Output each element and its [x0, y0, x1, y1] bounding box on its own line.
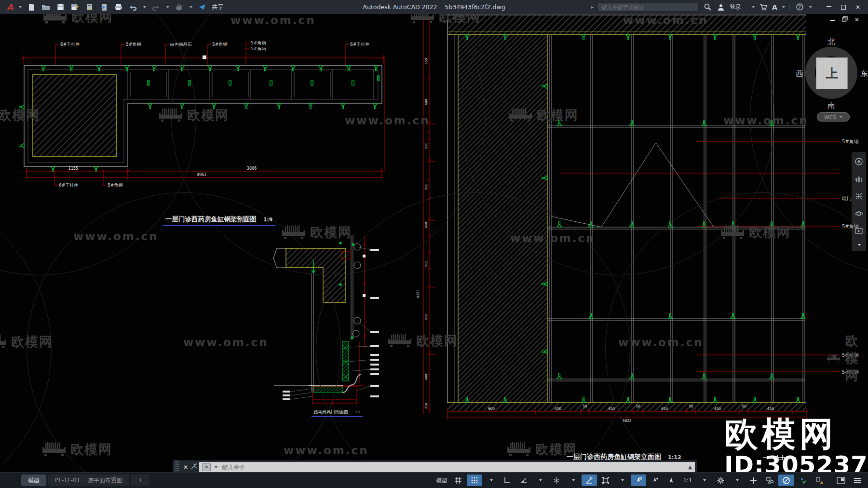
object-snap-tracking-icon[interactable]	[582, 474, 597, 486]
svg-text:50: 50	[636, 404, 640, 408]
isodraft-icon[interactable]	[549, 474, 564, 486]
command-history-caret-icon[interactable]	[215, 466, 217, 468]
object-snap-dropdown-icon[interactable]	[614, 474, 630, 486]
model-tab[interactable]: 模型	[21, 474, 46, 486]
wcs-dropdown[interactable]: WCS	[817, 112, 850, 122]
save-icon[interactable]	[55, 3, 65, 12]
help-caret-icon[interactable]	[809, 6, 812, 8]
redo-icon[interactable]	[151, 3, 161, 12]
plot-icon[interactable]	[84, 3, 94, 12]
workspace-gear-icon[interactable]	[713, 474, 728, 486]
drawing-viewport[interactable]: 欧模网 www.om.cn 欧模网 www.om.cn 欧模网 欧模网 www.…	[0, 14, 868, 473]
svg-text:600: 600	[424, 314, 428, 320]
close-app-button[interactable]: ✕	[853, 3, 863, 12]
user-icon[interactable]	[716, 3, 726, 12]
detail-annotations	[370, 249, 379, 397]
autocad-logo-icon[interactable]: A	[4, 2, 13, 12]
viewcube-west[interactable]: 西	[796, 69, 803, 79]
new-layout-tab[interactable]: +	[131, 474, 149, 486]
annotation-monitor-plus-icon[interactable]	[746, 474, 761, 486]
command-bar-drag-handle[interactable]	[175, 461, 179, 473]
minimize-app-button[interactable]	[824, 3, 834, 12]
viewcube-north[interactable]: 北	[827, 37, 835, 47]
close-doc-button[interactable]: ✕	[854, 16, 859, 23]
command-line-bar[interactable]: ✕ > ▲	[173, 460, 697, 473]
annotation-scale-icon[interactable]	[664, 474, 679, 486]
customize-menu-icon[interactable]	[850, 474, 865, 486]
viewcube-top-face[interactable]: 上	[816, 57, 848, 89]
save-as-icon[interactable]	[70, 3, 80, 12]
document-window-controls: ✕	[830, 16, 859, 23]
viewcube-south[interactable]: 南	[827, 101, 835, 111]
elevation-joint-markers	[557, 121, 805, 379]
search-expand-icon[interactable]: ▸	[591, 4, 594, 10]
workspace-dropdown-icon[interactable]	[729, 474, 745, 486]
svg-text:450: 450	[714, 407, 721, 411]
add-scales-icon[interactable]	[795, 474, 810, 486]
navbar-caret-icon[interactable]	[858, 244, 861, 246]
render-icon[interactable]	[174, 3, 184, 12]
command-input[interactable]	[220, 463, 685, 471]
help-icon[interactable]: ?	[795, 3, 804, 12]
showmotion-icon[interactable]	[854, 227, 863, 237]
graphics-performance-icon[interactable]	[778, 474, 794, 486]
search-icon[interactable]	[703, 3, 712, 12]
polar-tracking-icon[interactable]	[516, 474, 531, 486]
annotation-scale-value[interactable]: 1:1	[680, 474, 695, 486]
autodesk-app-icon[interactable]: A	[772, 3, 777, 11]
navigation-bar[interactable]	[852, 152, 866, 251]
model-space-button[interactable]: 模型	[434, 474, 449, 486]
sign-in-caret-icon[interactable]	[752, 6, 755, 8]
clean-screen-icon[interactable]	[833, 474, 849, 486]
svg-text:150: 150	[424, 58, 428, 64]
grid-display-icon[interactable]	[450, 474, 466, 486]
isodraft-dropdown-icon[interactable]	[565, 474, 581, 486]
restore-doc-button[interactable]	[842, 16, 848, 23]
command-input-field[interactable]: > ▲	[199, 462, 695, 472]
svg-text:650: 650	[424, 222, 428, 228]
undo-caret-icon[interactable]	[143, 6, 146, 8]
full-navigation-wheel-icon[interactable]	[854, 157, 863, 168]
svg-text:600: 600	[424, 99, 428, 105]
svg-text:!: !	[821, 481, 822, 484]
print-icon[interactable]	[113, 3, 123, 12]
annotation-scale-dropdown-icon[interactable]	[696, 474, 712, 486]
command-bar-customize-icon[interactable]	[190, 462, 197, 472]
plan-label: 6#干挂件	[59, 183, 78, 188]
layout-tab[interactable]: PL-1F-01 一层平面布置图	[48, 474, 129, 486]
command-bar-close-icon[interactable]: ✕	[181, 464, 190, 471]
undo-icon[interactable]	[128, 3, 137, 12]
annotation-visibility-icon[interactable]	[631, 474, 646, 486]
plan-label: 5#角钢	[108, 183, 122, 188]
isolate-objects-icon[interactable]	[762, 474, 777, 486]
sign-in-label[interactable]: 登录	[730, 3, 741, 11]
viewcube-east[interactable]: 东	[860, 69, 868, 79]
annotation-monitor-icon[interactable]: !	[811, 474, 827, 486]
render-caret-icon[interactable]	[190, 6, 192, 8]
snap-mode-icon[interactable]	[467, 474, 482, 486]
new-file-icon[interactable]	[27, 3, 36, 12]
redo-caret-icon[interactable]	[166, 6, 169, 8]
pan-hand-icon[interactable]	[854, 175, 863, 185]
object-snap-icon[interactable]	[598, 474, 613, 486]
cart-icon[interactable]	[759, 3, 768, 12]
polar-dropdown-icon[interactable]	[532, 474, 548, 486]
svg-text:250: 250	[424, 403, 428, 409]
maximize-app-button[interactable]	[838, 3, 849, 12]
annotation-autoscale-icon[interactable]	[647, 474, 663, 486]
share-label[interactable]: 共享	[212, 3, 223, 11]
export-icon[interactable]	[99, 3, 108, 12]
command-prompt-icon: >	[202, 463, 211, 471]
zoom-extents-icon[interactable]	[854, 192, 863, 203]
share-icon[interactable]	[197, 3, 207, 12]
minimize-doc-button[interactable]	[830, 16, 835, 23]
app-menu-caret-icon[interactable]	[19, 6, 22, 8]
open-folder-icon[interactable]	[41, 3, 51, 12]
viewcube[interactable]: 上 北 西 东 南	[796, 33, 868, 122]
ortho-mode-icon[interactable]	[500, 474, 515, 486]
command-expand-icon[interactable]: ▲	[688, 464, 692, 470]
snap-dropdown-icon[interactable]	[483, 474, 499, 486]
search-input[interactable]	[597, 2, 699, 12]
autodesk-app-caret-icon[interactable]	[782, 6, 785, 8]
orbit-icon[interactable]	[854, 209, 863, 220]
